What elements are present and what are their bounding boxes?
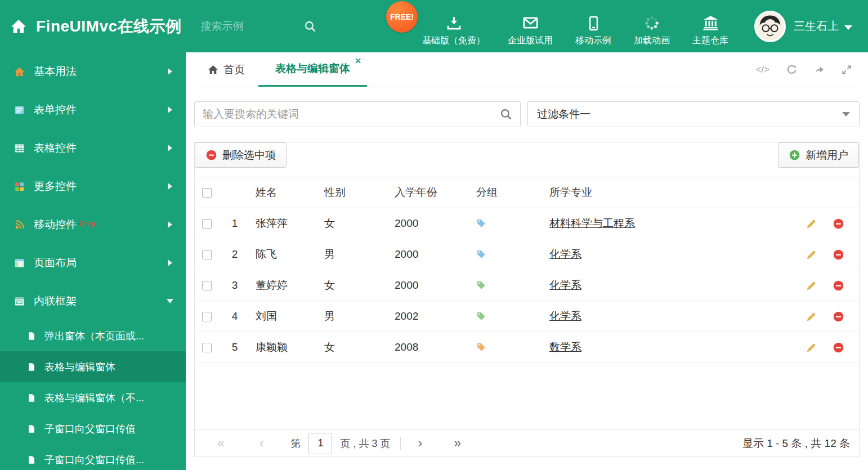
file-icon — [26, 361, 37, 373]
sidebar-item-inline-frame[interactable]: 内联框架 — [0, 282, 186, 320]
row-year: 2000 — [390, 279, 472, 292]
row-index: 1 — [218, 217, 251, 230]
delete-icon[interactable] — [833, 249, 844, 261]
frame-icon — [14, 296, 25, 307]
sidebar-subitem-child-to-parent[interactable]: 子窗口向父窗口传值 — [0, 413, 186, 444]
row-checkbox[interactable] — [202, 343, 212, 352]
forward-icon[interactable] — [814, 64, 825, 75]
nav-item-mobile-demo[interactable]: 移动示例 — [564, 14, 623, 47]
row-edit-cell — [798, 311, 824, 323]
tag-icon — [476, 342, 486, 352]
sidebar-item-page-layout[interactable]: 页面布局 — [0, 244, 186, 282]
blocks-icon — [14, 181, 25, 192]
file-icon — [26, 392, 37, 404]
page-suffix-label: 页 , 共 3 页 — [340, 437, 390, 450]
table-row: 5康颖颖女2008数学系 — [195, 332, 859, 363]
sidebar-item-mobile-controls[interactable]: 移动控件 Corp — [0, 205, 186, 244]
sidebar-subitem-grid-edit-window[interactable]: 表格与编辑窗体 — [0, 351, 186, 382]
col-name: 姓名 — [251, 185, 320, 200]
search-icon[interactable] — [500, 108, 512, 120]
major-link[interactable]: 化学系 — [549, 278, 581, 293]
sidebar-subitem-popup-window[interactable]: 弹出窗体（本页面或... — [0, 320, 186, 351]
header-search-input[interactable] — [201, 20, 285, 33]
delete-icon[interactable] — [833, 218, 844, 230]
expand-icon[interactable] — [842, 65, 852, 75]
delete-icon[interactable] — [833, 311, 844, 323]
row-select-cell — [195, 343, 218, 352]
row-major: 化学系 — [545, 309, 798, 324]
row-checkbox[interactable] — [202, 250, 212, 259]
row-checkbox[interactable] — [202, 219, 212, 229]
edit-icon[interactable] — [806, 218, 817, 230]
sidebar-subitem-label: 表格与编辑窗体 — [44, 360, 115, 374]
refresh-icon[interactable] — [786, 64, 797, 75]
row-name: 董婷婷 — [251, 278, 320, 293]
row-index: 2 — [218, 248, 251, 261]
sidebar-subitem-child-to-parent-2[interactable]: 子窗口向父窗口传值... — [0, 444, 186, 470]
sidebar-item-form-controls[interactable]: 表单控件 — [0, 91, 186, 129]
envelope-icon — [522, 14, 539, 31]
download-icon — [446, 14, 462, 31]
row-group — [472, 280, 545, 290]
nav-item-loading-animation[interactable]: 加载动画 — [623, 14, 681, 47]
filter-dropdown[interactable]: 过滤条件一 — [527, 101, 860, 127]
app-window: FineUIMvc在线示例 FREE! 基础版（免费） 企业版试用 — [0, 0, 868, 470]
row-gender: 女 — [320, 340, 390, 355]
row-edit-cell — [798, 249, 824, 261]
table-row: 2陈飞男2000化学系 — [195, 239, 859, 270]
sidebar-item-label: 表单控件 — [34, 102, 77, 117]
col-year: 入学年份 — [390, 185, 472, 200]
nav-item-enterprise-trial[interactable]: 企业版试用 — [496, 14, 564, 47]
chevron-right-icon — [168, 68, 172, 75]
tab-grid-edit-window[interactable]: 表格与编辑窗体 ✕ — [258, 52, 367, 87]
major-link[interactable]: 材料科学与工程系 — [549, 216, 635, 231]
next-page-button[interactable]: › — [418, 437, 422, 450]
first-page-button[interactable]: « — [217, 437, 225, 450]
major-link[interactable]: 数学系 — [549, 340, 581, 355]
edit-icon[interactable] — [806, 249, 817, 261]
delete-icon[interactable] — [833, 342, 844, 353]
row-checkbox[interactable] — [202, 281, 212, 290]
edit-icon[interactable] — [806, 342, 817, 353]
last-page-button[interactable]: » — [454, 437, 461, 450]
row-name: 张萍萍 — [251, 216, 320, 231]
select-all-checkbox[interactable] — [202, 188, 212, 198]
edit-icon[interactable] — [806, 311, 817, 323]
table-header: 姓名 性别 入学年份 分组 所学专业 — [195, 177, 859, 208]
row-gender: 女 — [320, 278, 390, 293]
user-menu[interactable]: 三生石上 — [794, 19, 839, 34]
col-group: 分组 — [472, 185, 545, 200]
avatar[interactable] — [754, 11, 786, 42]
page-number-input[interactable] — [308, 433, 332, 454]
code-icon[interactable]: </> — [755, 64, 769, 75]
sidebar-item-grid-controls[interactable]: 表格控件 — [0, 129, 186, 167]
keyword-input[interactable] — [203, 108, 500, 120]
signal-icon — [14, 219, 25, 230]
add-user-button[interactable]: 新增用户 — [778, 142, 859, 168]
chevron-right-icon — [168, 145, 172, 151]
sidebar-subitem-label: 弹出窗体（本页面或... — [44, 329, 144, 343]
nav-item-basic-free[interactable]: 基础版（免费） — [411, 14, 496, 47]
close-icon[interactable]: ✕ — [355, 57, 361, 65]
row-checkbox[interactable] — [202, 312, 212, 321]
tab-home[interactable]: 首页 — [194, 52, 258, 87]
nav-item-theme-store[interactable]: 主题仓库 — [681, 14, 740, 47]
sidebar-item-more-controls[interactable]: 更多控件 — [0, 167, 186, 205]
delete-selected-button[interactable]: 删除选中项 — [195, 142, 287, 168]
search-icon[interactable] — [304, 20, 316, 33]
sidebar-subitem-label: 子窗口向父窗口传值 — [44, 422, 136, 436]
delete-icon[interactable] — [833, 280, 844, 292]
edit-icon[interactable] — [806, 280, 817, 292]
nav-item-label: 移动示例 — [575, 35, 611, 47]
sidebar-subitem-grid-edit-window-2[interactable]: 表格与编辑窗体（不... — [0, 382, 186, 413]
prev-page-button[interactable]: ‹ — [259, 437, 264, 450]
data-grid: 姓名 性别 入学年份 分组 所学专业 1张萍萍女2000材料科学与工程系2陈飞男… — [195, 177, 859, 456]
tab-bar: 首页 表格与编辑窗体 ✕ </> — [194, 52, 860, 87]
table-row: 3董婷婷女2000化学系 — [195, 270, 859, 301]
home-icon[interactable] — [10, 18, 27, 35]
major-link[interactable]: 化学系 — [549, 247, 581, 262]
major-link[interactable]: 化学系 — [549, 309, 581, 324]
sidebar-item-basic-usage[interactable]: 基本用法 — [0, 52, 186, 91]
row-delete-cell — [824, 342, 852, 353]
tag-icon — [476, 218, 486, 229]
